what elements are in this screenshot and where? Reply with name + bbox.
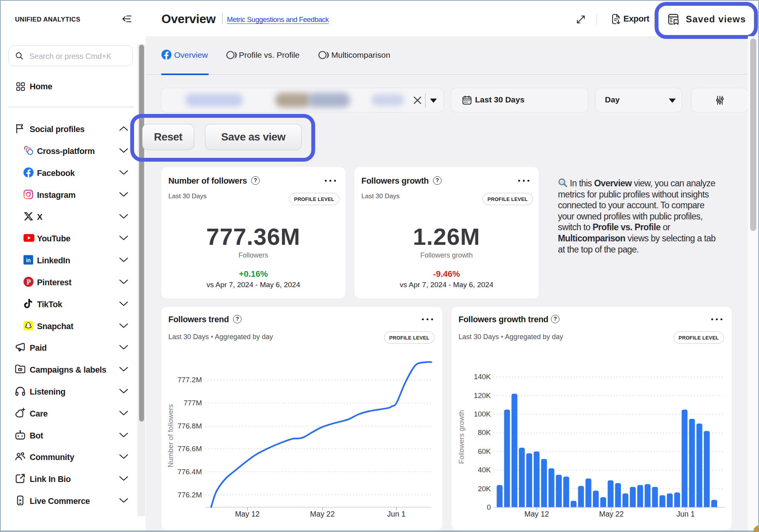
svg-text:777M: 777M <box>183 399 202 407</box>
svg-text:May 22: May 22 <box>310 510 335 518</box>
svg-text:20K: 20K <box>478 485 491 493</box>
svg-text:80K: 80K <box>478 428 491 437</box>
svg-text:776.2M: 776.2M <box>178 491 202 499</box>
svg-text:776.8M: 776.8M <box>178 422 202 430</box>
svg-text:Followers growth: Followers growth <box>457 410 465 464</box>
svg-text:in: in <box>26 257 30 263</box>
svg-text:P: P <box>27 278 31 286</box>
svg-text:777.2M: 777.2M <box>178 376 202 384</box>
svg-text:40K: 40K <box>478 466 491 474</box>
svg-text:776.6M: 776.6M <box>178 445 202 453</box>
svg-text:60K: 60K <box>478 447 491 455</box>
svg-text:May 12: May 12 <box>235 510 260 518</box>
svg-text:Jun 1: Jun 1 <box>677 510 695 518</box>
svg-text:Number of followers: Number of followers <box>166 404 175 468</box>
svg-text:Jun 1: Jun 1 <box>387 510 406 518</box>
svg-text:120K: 120K <box>474 391 491 400</box>
svg-text:776.4M: 776.4M <box>178 468 202 476</box>
svg-text:May 22: May 22 <box>599 510 624 518</box>
svg-text:0: 0 <box>487 503 491 511</box>
svg-text:140K: 140K <box>474 373 491 381</box>
svg-text:100K: 100K <box>474 410 491 418</box>
svg-text:May 12: May 12 <box>524 510 549 518</box>
